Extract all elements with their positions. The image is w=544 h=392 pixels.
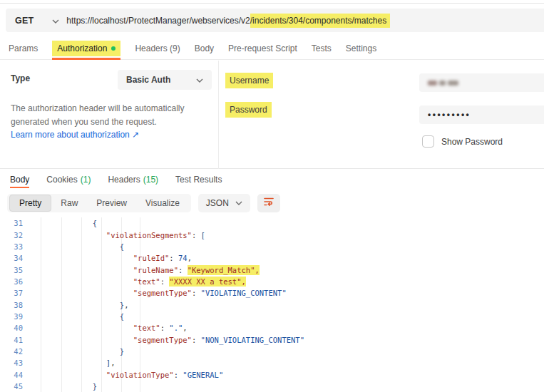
line-number: 31 xyxy=(0,219,33,227)
code-line: 45 } xyxy=(0,381,544,392)
response-tab-body[interactable]: Body xyxy=(10,171,29,188)
code-line-text: "segmentType": "NON_VIOLATING_CONTENT" xyxy=(33,336,304,344)
code-line: 36 "text": "XXXX XX a test", xyxy=(0,276,544,287)
response-tab-test-results[interactable]: Test Results xyxy=(175,171,222,188)
chevron-down-icon xyxy=(52,14,59,27)
view-pretty-button[interactable]: Pretty xyxy=(9,195,51,212)
username-label: Username xyxy=(225,76,273,86)
password-label-text: Password xyxy=(225,102,272,118)
code-line-text: "violationSegments": [ xyxy=(33,231,205,239)
response-format-value: JSON xyxy=(206,198,229,208)
tab-tests[interactable]: Tests xyxy=(312,37,332,60)
chevron-down-icon xyxy=(196,73,203,86)
response-tabs: Body Cookies (1) Headers (15) Test Resul… xyxy=(0,171,544,188)
auth-type-label: Type xyxy=(11,73,30,83)
line-number: 38 xyxy=(0,301,33,309)
code-line-text: }, xyxy=(33,301,128,309)
code-line: 44 "violationType": "GENERAL" xyxy=(0,368,544,380)
auth-type-value: Basic Auth xyxy=(126,75,170,85)
learn-more-link[interactable]: Learn more about authorization ↗ xyxy=(11,130,139,140)
line-number: 39 xyxy=(0,312,33,321)
tab-pre-request-script[interactable]: Pre-request Script xyxy=(228,37,297,60)
username-label-text: Username xyxy=(225,73,273,88)
tab-settings[interactable]: Settings xyxy=(346,37,376,60)
line-number: 44 xyxy=(0,371,33,379)
auth-configured-dot-icon xyxy=(111,46,116,51)
code-line: 38 }, xyxy=(0,299,544,310)
code-line: 32 "violationSegments": [ xyxy=(0,229,544,240)
code-line: 35 "ruleName": "Keyword_Match", xyxy=(0,264,544,275)
line-number: 32 xyxy=(0,231,33,239)
code-line-text: } xyxy=(33,347,124,356)
request-url-bar: GET https://localhost/ProtectManager/web… xyxy=(6,9,544,32)
line-number: 42 xyxy=(0,347,33,356)
authorization-panel: Type Basic Auth The authorization header… xyxy=(0,61,544,169)
chevron-down-icon xyxy=(235,198,242,208)
tab-headers[interactable]: Headers (9) xyxy=(135,37,180,60)
code-line-text: { xyxy=(33,312,124,321)
line-number: 45 xyxy=(0,382,33,391)
line-number: 34 xyxy=(0,254,33,262)
code-line: 41 "segmentType": "NON_VIOLATING_CONTENT… xyxy=(0,334,544,345)
code-line: 34 "ruleId": 74, xyxy=(0,252,544,264)
code-line-text: "text": ".", xyxy=(33,324,188,332)
response-tab-cookies[interactable]: Cookies (1) xyxy=(46,171,91,188)
url-input[interactable]: https://localhost/ProtectManager/webserv… xyxy=(66,16,390,26)
view-visualize-button[interactable]: Visualize xyxy=(136,195,189,211)
response-tab-headers-label: Headers xyxy=(108,175,140,185)
auth-help-text: The authorization header will be automat… xyxy=(11,102,210,129)
active-request-tab-underline xyxy=(52,58,120,60)
url-plain-text: https://localhost/ProtectManager/webserv… xyxy=(66,16,250,26)
wrap-lines-button[interactable] xyxy=(257,194,280,212)
view-raw-button[interactable]: Raw xyxy=(51,195,87,211)
external-link-arrow-icon: ↗ xyxy=(132,130,139,140)
line-number: 36 xyxy=(0,277,33,286)
response-tab-headers[interactable]: Headers (15) xyxy=(108,171,158,188)
tab-params[interactable]: Params xyxy=(9,37,38,60)
code-line: 42 } xyxy=(0,346,544,357)
code-line: 40 "text": ".", xyxy=(0,322,544,334)
password-masked-value: ••••••••• xyxy=(428,110,471,120)
auth-type-select[interactable]: Basic Auth xyxy=(118,70,212,90)
code-line-text: ], xyxy=(33,359,115,367)
line-number: 41 xyxy=(0,336,33,344)
learn-more-label: Learn more about authorization xyxy=(11,130,130,140)
line-number: 40 xyxy=(0,324,33,332)
postman-request-window: GET https://localhost/ProtectManager/web… xyxy=(0,0,544,392)
response-tab-cookies-label: Cookies xyxy=(46,175,77,185)
window-top-border xyxy=(0,3,544,4)
response-toolbar: Pretty Raw Preview Visualize JSON xyxy=(7,194,280,212)
username-input[interactable] xyxy=(419,73,544,92)
username-redacted-value xyxy=(428,81,458,86)
line-number: 35 xyxy=(0,266,33,274)
wrap-lines-icon xyxy=(263,196,274,210)
tab-body[interactable]: Body xyxy=(195,37,214,60)
line-number: 33 xyxy=(0,242,33,251)
active-response-tab-underline xyxy=(10,187,29,189)
json-response-lines: 31 {32 "violationSegments": [33 {34 "rul… xyxy=(0,217,544,392)
code-line-text: "violationType": "GENERAL" xyxy=(33,371,223,379)
show-password-label: Show Password xyxy=(441,137,503,147)
auth-help-line1: The authorization header will be automat… xyxy=(11,102,210,115)
password-input[interactable]: ••••••••• xyxy=(419,105,544,124)
response-format-select[interactable]: JSON xyxy=(198,194,250,212)
headers-count-badge: (15) xyxy=(143,175,158,185)
code-line-text: } xyxy=(33,382,97,391)
show-password-checkbox[interactable] xyxy=(422,135,434,148)
line-number: 43 xyxy=(0,359,33,367)
method-selector[interactable]: GET xyxy=(6,14,66,27)
authorization-highlight: Authorization xyxy=(52,41,120,56)
request-tabs: Params Authorization Headers (9) Body Pr… xyxy=(0,37,544,60)
auth-panel-divider xyxy=(218,61,219,169)
code-line: 39 { xyxy=(0,311,544,322)
code-line: 43 ], xyxy=(0,357,544,368)
code-line-text: { xyxy=(33,242,124,251)
auth-help-line2: generated when you send the request. xyxy=(11,115,210,129)
code-line-text: "ruleId": 74, xyxy=(33,254,192,262)
code-line: 33 { xyxy=(0,241,544,252)
tab-authorization[interactable]: Authorization xyxy=(52,37,120,60)
view-preview-button[interactable]: Preview xyxy=(87,195,136,211)
response-body-code[interactable]: 31 {32 "violationSegments": [33 {34 "rul… xyxy=(0,217,544,392)
code-line: 37 "segmentType": "VIOLATING_CONTENT" xyxy=(0,287,544,299)
code-line: 31 { xyxy=(0,217,544,229)
